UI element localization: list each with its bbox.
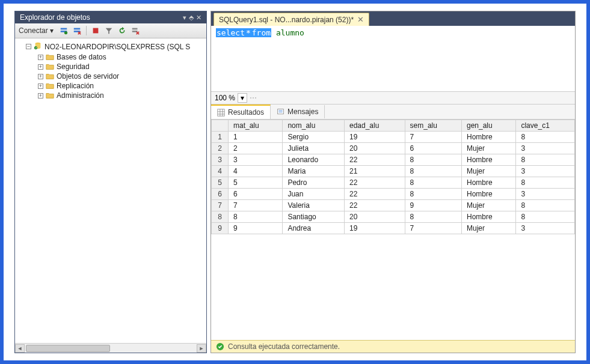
- close-icon[interactable]: ✕: [357, 15, 364, 24]
- row-number-cell[interactable]: 3: [212, 154, 229, 166]
- grid-cell[interactable]: 8: [229, 211, 283, 223]
- connect-server-icon[interactable]: [58, 25, 69, 36]
- collapse-icon[interactable]: −: [26, 44, 31, 49]
- scroll-right-icon[interactable]: ►: [197, 344, 206, 353]
- grid-cell[interactable]: 3: [516, 143, 575, 154]
- filter-icon[interactable]: [103, 25, 114, 36]
- table-row[interactable]: 22Julieta206Mujer3: [212, 143, 575, 154]
- grid-cell[interactable]: 8: [516, 211, 575, 223]
- table-row[interactable]: 33Leonardo228Hombre8: [212, 154, 575, 166]
- row-number-cell[interactable]: 1: [212, 132, 229, 143]
- grid-cell[interactable]: 22: [344, 154, 405, 166]
- expand-icon[interactable]: +: [38, 55, 43, 60]
- column-header[interactable]: sem_alu: [405, 120, 461, 132]
- grid-cell[interactable]: 20: [344, 143, 405, 154]
- grid-cell[interactable]: 3: [516, 166, 575, 177]
- grid-cell[interactable]: Mujer: [462, 223, 516, 234]
- pin-icon[interactable]: ⬘: [189, 14, 194, 22]
- column-header[interactable]: clave_c1: [516, 120, 575, 132]
- grid-cell[interactable]: 19: [344, 132, 405, 143]
- grid-cell[interactable]: Maria: [283, 166, 345, 177]
- grid-cell[interactable]: 21: [344, 166, 405, 177]
- row-number-cell[interactable]: 6: [212, 189, 229, 200]
- grid-cell[interactable]: 3: [516, 223, 575, 234]
- horizontal-scrollbar[interactable]: ◄ ►: [15, 343, 206, 353]
- table-row[interactable]: 55Pedro228Hombre8: [212, 177, 575, 189]
- grid-cell[interactable]: Pedro: [283, 177, 345, 189]
- grid-cell[interactable]: 22: [344, 189, 405, 200]
- grid-cell[interactable]: 9: [405, 200, 461, 211]
- grid-cell[interactable]: 20: [344, 211, 405, 223]
- table-row[interactable]: 66Juan228Hombre3: [212, 189, 575, 200]
- row-number-cell[interactable]: 8: [212, 211, 229, 223]
- tree-root-node[interactable]: − NO2-LEONARDOPIR\SQLEXPRESS (SQL S: [16, 41, 205, 52]
- editor-tab[interactable]: SQLQuery1.sql - NO...nardo.pirajan (52))…: [214, 13, 369, 26]
- close-panel-icon[interactable]: ✕: [196, 14, 201, 22]
- grid-cell[interactable]: 7: [229, 200, 283, 211]
- delete-server-icon[interactable]: [130, 25, 141, 36]
- expand-icon[interactable]: +: [38, 74, 43, 79]
- row-number-cell[interactable]: 5: [212, 177, 229, 189]
- tree-item[interactable]: +Objetos de servidor: [16, 71, 205, 81]
- grid-cell[interactable]: 8: [516, 177, 575, 189]
- expand-icon[interactable]: +: [38, 83, 43, 89]
- tab-results[interactable]: Resultados: [211, 105, 271, 119]
- grid-cell[interactable]: 7: [405, 223, 461, 234]
- grid-cell[interactable]: Mujer: [462, 143, 516, 154]
- table-row[interactable]: 44Maria218Mujer3: [212, 166, 575, 177]
- grid-cell[interactable]: 8: [405, 166, 461, 177]
- column-header[interactable]: gen_alu: [462, 120, 516, 132]
- grid-cell[interactable]: 8: [405, 211, 461, 223]
- grid-cell[interactable]: 9: [229, 223, 283, 234]
- grid-cell[interactable]: Hombre: [462, 132, 516, 143]
- grid-cell[interactable]: Hombre: [462, 177, 516, 189]
- grid-cell[interactable]: Mujer: [462, 200, 516, 211]
- grid-cell[interactable]: 7: [405, 132, 461, 143]
- grid-cell[interactable]: 8: [516, 200, 575, 211]
- grid-cell[interactable]: Hombre: [462, 211, 516, 223]
- connect-dropdown[interactable]: Conectar ▾: [19, 26, 54, 35]
- stop-icon[interactable]: [90, 25, 101, 36]
- table-row[interactable]: 88Santiago208Hombre8: [212, 211, 575, 223]
- grid-cell[interactable]: Andrea: [283, 223, 345, 234]
- dropdown-icon[interactable]: ▾: [183, 14, 186, 22]
- tab-messages[interactable]: Mensajes: [271, 105, 325, 118]
- disconnect-server-icon[interactable]: [72, 25, 82, 36]
- grid-cell[interactable]: Mujer: [462, 166, 516, 177]
- row-number-cell[interactable]: 4: [212, 166, 229, 177]
- grid-cell[interactable]: Leonardo: [283, 154, 345, 166]
- grid-cell[interactable]: 8: [405, 189, 461, 200]
- grid-cell[interactable]: Santiago: [283, 211, 345, 223]
- tree-item[interactable]: +Seguridad: [16, 62, 205, 71]
- grid-cell[interactable]: 3: [229, 154, 283, 166]
- grid-cell[interactable]: Hombre: [462, 189, 516, 200]
- zoom-dropdown-icon[interactable]: ▾: [238, 93, 247, 103]
- row-number-cell[interactable]: 2: [212, 143, 229, 154]
- row-number-cell[interactable]: 9: [212, 223, 229, 234]
- column-header[interactable]: mat_alu: [229, 120, 283, 132]
- grid-cell[interactable]: Hombre: [462, 154, 516, 166]
- tree-item[interactable]: +Bases de datos: [16, 52, 205, 62]
- grid-cell[interactable]: 22: [344, 177, 405, 189]
- grid-cell[interactable]: 6: [229, 189, 283, 200]
- refresh-icon[interactable]: [117, 25, 128, 36]
- grid-cell[interactable]: Juan: [283, 189, 345, 200]
- column-header[interactable]: edad_alu: [344, 120, 405, 132]
- expand-icon[interactable]: +: [38, 64, 43, 70]
- grid-cell[interactable]: 22: [344, 200, 405, 211]
- table-row[interactable]: 77Valeria229Mujer8: [212, 200, 575, 211]
- scroll-track[interactable]: [25, 344, 197, 353]
- row-number-cell[interactable]: 7: [212, 200, 229, 211]
- scroll-thumb[interactable]: [26, 345, 110, 352]
- scroll-left-icon[interactable]: ◄: [15, 344, 25, 353]
- grid-cell[interactable]: 3: [516, 189, 575, 200]
- tree-item[interactable]: +Replicación: [16, 81, 205, 91]
- grid-cell[interactable]: Sergio: [283, 132, 345, 143]
- table-row[interactable]: 99Andrea197Mujer3: [212, 223, 575, 234]
- grid-cell[interactable]: Valeria: [283, 200, 345, 211]
- table-row[interactable]: 11Sergio197Hombre8: [212, 132, 575, 143]
- column-header[interactable]: nom_alu: [283, 120, 345, 132]
- grid-cell[interactable]: Julieta: [283, 143, 345, 154]
- grid-cell[interactable]: 8: [516, 154, 575, 166]
- sql-editor[interactable]: select*from alumno: [211, 26, 575, 92]
